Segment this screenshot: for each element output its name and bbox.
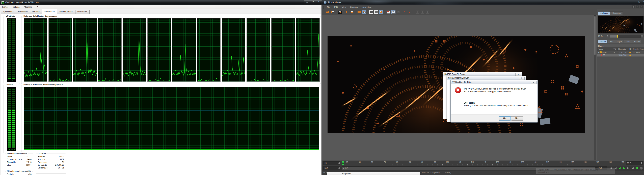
column-resolution[interactable]: Resolution (618, 48, 629, 50)
timeline-ruler[interactable]: 58 6065707580859095100105110115120125130… (342, 161, 625, 166)
tab-utilisateurs[interactable]: Utilisateurs (75, 10, 90, 14)
set-a-icon[interactable]: A→ (403, 10, 408, 14)
frame-field-right[interactable]: 58 F (626, 162, 643, 165)
picture-viewer-titlebar[interactable]: Picture Viewer ▁ ❐ ✕ (322, 0, 644, 5)
ab-compare-large-icon[interactable]: AB (391, 10, 396, 14)
current-frame-marker[interactable]: 58 (342, 161, 344, 165)
tm-menu-[interactable]: ? (34, 5, 40, 9)
minimize-icon[interactable]: ▁ (304, 0, 310, 4)
maximize-icon[interactable]: ❐ (638, 1, 641, 3)
ruler-label-85: 85 (409, 161, 411, 163)
pv-menu-compare[interactable]: Compare (348, 6, 360, 9)
properties-window-edge[interactable]: Propriétés (327, 172, 420, 175)
render-clip-icon[interactable] (338, 10, 342, 14)
next-key-icon[interactable] (626, 166, 630, 170)
close-icon[interactable]: ✕ (316, 0, 322, 4)
tab-performance[interactable]: Performance (42, 9, 58, 14)
fps-stepper[interactable] (338, 162, 340, 164)
frame-a-icon[interactable] (369, 10, 373, 14)
memory-gauge-group: Mémoire 20,6 Go (4, 85, 20, 153)
tab-applications[interactable]: Applications (1, 10, 16, 14)
ruler-label-130: 130 (521, 161, 524, 163)
user-down-icon[interactable] (350, 10, 354, 14)
tab-histogram[interactable]: Histogram (610, 12, 622, 14)
pv-menu-edit[interactable]: Edit (332, 6, 340, 9)
tab-navigator[interactable]: Navigator (598, 12, 610, 14)
zoom-slider-thumb[interactable] (610, 35, 617, 38)
layer-stack-icon[interactable] (362, 10, 366, 14)
close-icon[interactable]: ✕ (531, 81, 536, 84)
tab-mise-en-r-seau[interactable]: Mise en réseau (57, 10, 75, 14)
panel-pin-icon[interactable]: ▤ (632, 6, 635, 8)
tab-info[interactable]: Info (608, 40, 615, 43)
panel-menu-icon[interactable]: ≡ (640, 6, 643, 8)
maximize-icon[interactable]: ❐ (310, 0, 316, 4)
fps-field[interactable]: 25 (323, 162, 340, 165)
zoom-slider[interactable] (610, 35, 641, 38)
tab-filter[interactable]: Filter (624, 40, 632, 43)
panel-split-icon[interactable]: ↕ (636, 6, 639, 8)
system-group: Système Handles26805Threads1192Processus… (36, 154, 66, 174)
pv-menu-animation[interactable]: Animation (360, 6, 373, 9)
column-r[interactable]: R (629, 48, 632, 50)
history-row-58[interactable]: 581920x720 (597, 54, 644, 56)
dialog-title[interactable]: NVIDIA OpenGL Driver (451, 80, 538, 84)
pv-menu-view[interactable]: View (340, 6, 348, 9)
folder-icon (600, 52, 602, 53)
tab-history[interactable]: History (598, 40, 608, 43)
zoom-stepper[interactable] (607, 35, 608, 38)
ab-compare-icon[interactable]: A|B (386, 10, 390, 14)
row-name: 58 (603, 54, 605, 56)
pie-eye-icon[interactable] (379, 10, 384, 14)
close-icon[interactable]: ✕ (519, 76, 524, 80)
scrollbar-thumb[interactable] (594, 16, 596, 55)
column-render-time[interactable]: Render Time (632, 48, 644, 50)
save-image-icon[interactable] (330, 10, 335, 14)
current-frame-field[interactable]: 58 F (323, 166, 340, 170)
frame-b-icon[interactable] (374, 10, 378, 14)
timeline-options-button[interactable] (640, 166, 643, 170)
tab-services[interactable]: Services (30, 10, 42, 14)
history-row-cam-3_[interactable]: ▾cam-3_251920x72000:00:00 (597, 51, 644, 54)
ruler-label-160: 160 (596, 161, 599, 163)
cpu-history-group: Historique de l'utilisation du processeu… (21, 16, 321, 84)
frame-stepper-right[interactable] (641, 162, 642, 164)
nav-grid-icon[interactable]: ▦ (420, 10, 425, 14)
stat-value: 0:01:06:37 (55, 164, 64, 166)
column-name[interactable]: Name (597, 48, 612, 50)
set-b-icon[interactable]: B→ (408, 10, 412, 14)
sort-down-icon[interactable]: ↓ (345, 10, 349, 14)
yes-button[interactable]: Oui (499, 116, 511, 120)
stat-label: Libre (7, 164, 11, 166)
render-status-icon (630, 54, 631, 56)
navigator-thumbnail[interactable] (598, 16, 644, 34)
column-fps[interactable]: FPS (612, 48, 618, 50)
current-frame-stepper[interactable] (338, 167, 340, 170)
tm-menu-options[interactable]: Options (10, 5, 22, 9)
viewport-vertical-scrollbar[interactable] (594, 16, 596, 160)
tab-stereo[interactable]: Stereo (632, 40, 642, 43)
play-backward-icon[interactable] (618, 166, 622, 170)
nav-prev-icon[interactable]: ◧ (415, 10, 420, 14)
tm-menu-fichier[interactable]: Fichier (0, 5, 10, 9)
open-file-icon[interactable] (326, 10, 330, 14)
pv-menu-file[interactable]: File (325, 6, 332, 9)
dialog-title[interactable]: NVIDIA OpenGL Driver (447, 76, 526, 80)
close-icon[interactable]: ✕ (642, 1, 644, 3)
play-forward-icon[interactable] (622, 166, 626, 170)
nav-next-icon[interactable]: ◨ (425, 10, 430, 14)
minimize-icon[interactable]: ▁ (634, 1, 636, 3)
ab-compare-disabled-icon[interactable]: AB (396, 10, 400, 14)
stat-label: En activité (38, 164, 47, 166)
tab-layer[interactable]: Layer (615, 40, 624, 43)
to-end-icon[interactable] (631, 166, 634, 170)
record-frame-icon[interactable] (635, 166, 639, 170)
memory-history-label: Historique d'utilisation de la mémoire p… (23, 84, 64, 86)
task-manager-titlebar[interactable]: Gestionnaire des tâches de Windows ▁ ❐ ✕ (0, 0, 322, 5)
no-button[interactable]: Non (511, 116, 523, 120)
delete-image-icon[interactable] (357, 10, 361, 14)
tab-processus[interactable]: Processus (16, 10, 30, 14)
navigator-play-button[interactable] (640, 35, 644, 38)
expander-icon[interactable]: ▾ (598, 51, 599, 54)
tm-menu-affichage[interactable]: Affichage (22, 5, 34, 9)
